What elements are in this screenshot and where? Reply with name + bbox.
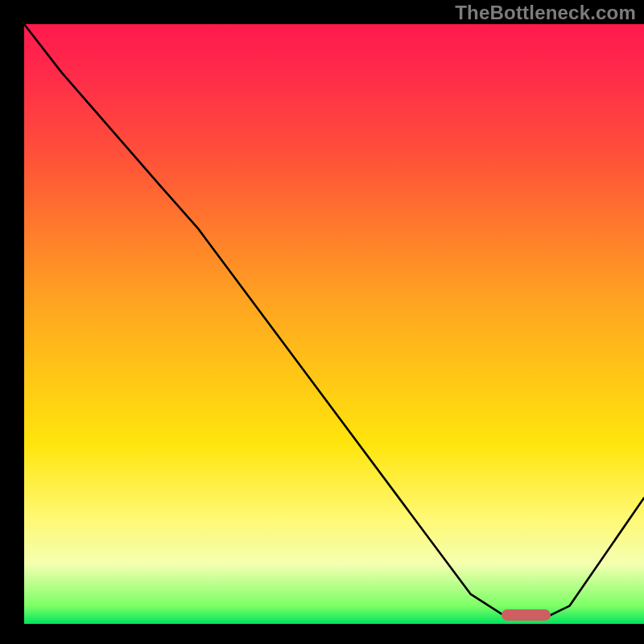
chart-frame: TheBottleneck.com — [0, 0, 644, 644]
attribution-label: TheBottleneck.com — [455, 2, 636, 24]
bottleneck-curve — [24, 24, 644, 624]
plot-area — [24, 24, 644, 624]
curve-path — [24, 24, 644, 618]
optimal-range-marker — [502, 609, 551, 621]
